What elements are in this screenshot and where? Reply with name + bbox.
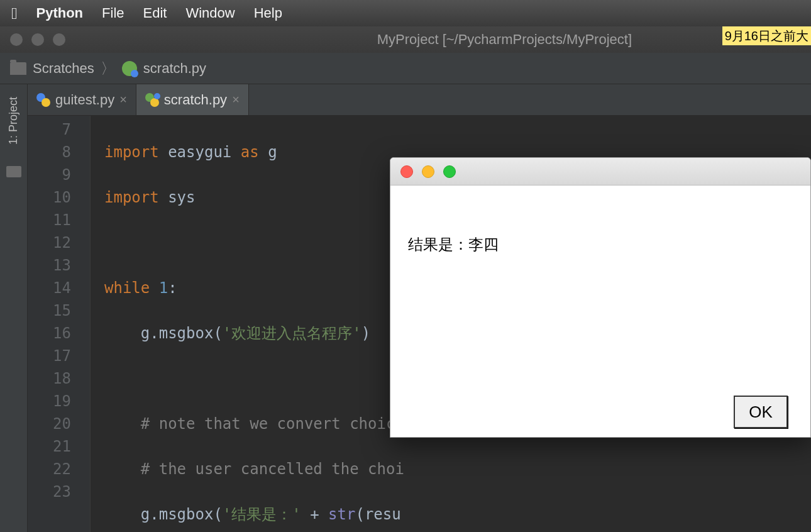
project-tool-tab[interactable]: 1: Project xyxy=(6,89,21,152)
menu-file[interactable]: File xyxy=(102,5,124,21)
tab-guitest[interactable]: guitest.py × xyxy=(28,84,136,115)
ide-titlebar: MyProject [~/PycharmProjects/MyProject] … xyxy=(0,26,811,53)
macos-menubar:  Python File Edit Window Help xyxy=(0,0,811,26)
editor-tabs: guitest.py × scratch.py × xyxy=(28,84,811,116)
window-title: MyProject [~/PycharmProjects/MyProject] xyxy=(179,31,632,48)
python-file-icon xyxy=(36,93,50,107)
chevron-right-icon: 〉 xyxy=(101,58,116,79)
breadcrumb-file[interactable]: scratch.py xyxy=(143,60,206,77)
dialog-message: 结果是：李四 xyxy=(390,186,810,255)
dialog-minimize-button[interactable] xyxy=(422,165,434,178)
menu-edit[interactable]: Edit xyxy=(143,5,167,21)
close-icon[interactable]: × xyxy=(232,92,240,107)
window-minimize-button[interactable] xyxy=(31,33,44,46)
dialog-close-button[interactable] xyxy=(400,165,413,178)
message-dialog: 结果是：李四 OK xyxy=(390,157,811,438)
line-gutter: 7 8 9 10 11 12 13 14 15 16 17 18 19 20 2… xyxy=(28,116,91,532)
dialog-zoom-button[interactable] xyxy=(443,165,456,178)
window-traffic-lights xyxy=(10,33,65,46)
close-icon[interactable]: × xyxy=(119,92,127,107)
menu-help[interactable]: Help xyxy=(254,5,282,21)
menu-window[interactable]: Window xyxy=(185,5,234,21)
python-scratch-icon xyxy=(145,93,159,107)
breadcrumb: Scratches 〉 scratch.py xyxy=(0,53,811,84)
structure-icon[interactable] xyxy=(6,166,21,177)
apple-logo-icon[interactable]:  xyxy=(11,4,18,23)
tab-label: scratch.py xyxy=(164,92,227,108)
dialog-titlebar xyxy=(390,158,810,186)
breadcrumb-folder[interactable]: Scratches xyxy=(33,60,94,77)
tab-scratch[interactable]: scratch.py × xyxy=(136,84,249,115)
window-zoom-button[interactable] xyxy=(53,33,65,46)
folder-icon xyxy=(10,62,26,75)
tab-label: guitest.py xyxy=(55,92,114,108)
python-file-icon xyxy=(122,61,137,76)
window-close-button[interactable] xyxy=(10,33,23,46)
ok-button[interactable]: OK xyxy=(734,396,788,428)
left-sidebar: 1: Project xyxy=(0,84,28,532)
app-name[interactable]: Python xyxy=(36,5,84,21)
notification-badge[interactable]: 9月16日之前大 xyxy=(722,26,811,45)
